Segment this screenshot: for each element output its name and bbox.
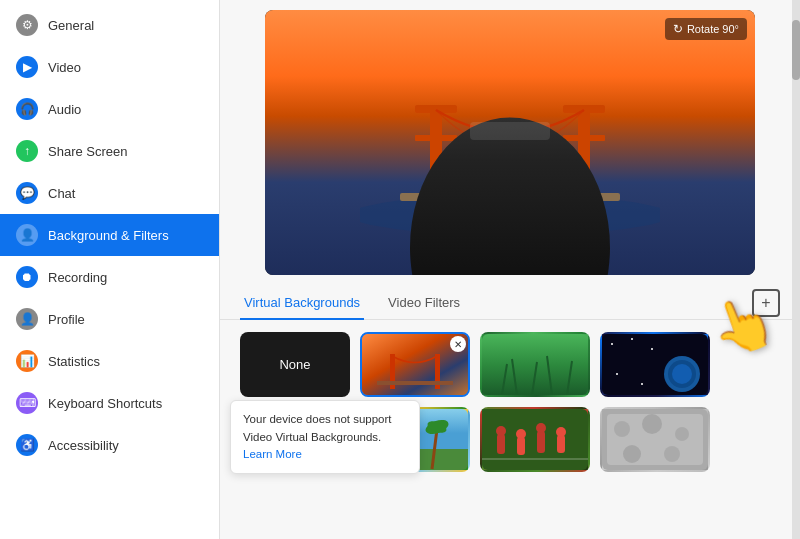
svg-rect-44 [557,435,565,453]
sidebar-item-video[interactable]: ▶Video [0,46,219,88]
svg-rect-38 [497,434,505,454]
thumb-none[interactable]: None [240,332,350,397]
sidebar-item-statistics[interactable]: 📊Statistics [0,340,219,382]
rotate-label: Rotate 90° [687,23,739,35]
profile-icon: 👤 [16,308,38,330]
tab-video-filters[interactable]: Video Filters [384,287,464,320]
sidebar-item-accessibility[interactable]: ♿Accessibility [0,424,219,466]
svg-rect-5 [563,105,605,113]
sidebar-label-video: Video [48,60,81,75]
audio-icon: 🎧 [16,98,38,120]
svg-point-22 [611,343,613,345]
soccer-thumb-svg [482,409,588,470]
tooltip-text: Your device does not support Video Virtu… [243,413,392,442]
svg-point-25 [616,373,618,375]
svg-rect-11 [377,381,453,385]
rotate-icon: ↻ [673,22,683,36]
svg-point-39 [496,426,506,436]
learn-more-link[interactable]: Learn More [243,448,302,460]
svg-point-26 [641,383,643,385]
svg-point-52 [623,445,641,463]
blur-thumb-svg [602,409,708,470]
video-icon: ▶ [16,56,38,78]
thumbnails-container: None ✕ [220,320,800,484]
rotate-button[interactable]: ↻ Rotate 90° [665,18,747,40]
thumb-green[interactable] [480,332,590,397]
share-screen-icon: ↑ [16,140,38,162]
svg-rect-2 [415,105,457,113]
thumb-space[interactable] [600,332,710,397]
svg-point-23 [631,338,633,340]
green-thumb-svg [482,334,588,395]
video-preview: ↻ Rotate 90° [265,10,755,275]
statistics-icon: 📊 [16,350,38,372]
svg-point-50 [642,414,662,434]
sidebar-label-accessibility: Accessibility [48,438,119,453]
background-filters-icon: 👤 [16,224,38,246]
sidebar-label-audio: Audio [48,102,81,117]
svg-point-53 [664,446,680,462]
svg-point-49 [614,421,630,437]
svg-point-24 [651,348,653,350]
svg-rect-40 [517,437,525,455]
sidebar-label-statistics: Statistics [48,354,100,369]
add-background-button[interactable]: + [752,289,780,317]
main-content: ↻ Rotate 90° Virtual BackgroundsVideo Fi… [220,0,800,539]
sidebar-item-share-screen[interactable]: ↑Share Screen [0,130,219,172]
sidebar-item-audio[interactable]: 🎧Audio [0,88,219,130]
thumb-bridge[interactable]: ✕ [360,332,470,397]
tab-virtual-backgrounds[interactable]: Virtual Backgrounds [240,287,364,320]
thumb-blur[interactable] [600,407,710,472]
none-label: None [279,357,310,372]
svg-point-21 [672,364,692,384]
svg-rect-6 [563,135,605,141]
sidebar-item-chat[interactable]: 💬Chat [0,172,219,214]
sidebar-item-recording[interactable]: ⏺Recording [0,256,219,298]
svg-point-51 [675,427,689,441]
sidebar-item-general[interactable]: ⚙General [0,4,219,46]
svg-rect-42 [537,431,545,453]
sidebar: ⚙General▶Video🎧Audio↑Share Screen💬Chat👤B… [0,0,220,539]
close-icon[interactable]: ✕ [450,336,466,352]
accessibility-icon: ♿ [16,434,38,456]
sidebar-label-general: General [48,18,94,33]
sidebar-label-recording: Recording [48,270,107,285]
sidebar-label-keyboard-shortcuts: Keyboard Shortcuts [48,396,162,411]
general-icon: ⚙ [16,14,38,36]
scrollbar[interactable] [792,0,800,539]
tabs-bar: Virtual BackgroundsVideo Filters+ [220,275,800,320]
svg-point-41 [516,429,526,439]
scrollbar-thumb[interactable] [792,20,800,80]
sidebar-item-keyboard-shortcuts[interactable]: ⌨Keyboard Shortcuts [0,382,219,424]
space-thumb-svg [602,334,708,395]
tooltip-box: Your device does not support Video Virtu… [230,400,420,474]
sidebar-label-share-screen: Share Screen [48,144,128,159]
chat-icon: 💬 [16,182,38,204]
glasses [470,122,550,140]
svg-point-45 [556,427,566,437]
svg-rect-3 [415,135,457,141]
plus-icon: + [761,294,770,312]
sidebar-label-chat: Chat [48,186,75,201]
sidebar-item-background-filters[interactable]: 👤Background & Filters [0,214,219,256]
thumb-soccer[interactable] [480,407,590,472]
svg-point-43 [536,423,546,433]
sidebar-item-profile[interactable]: 👤Profile [0,298,219,340]
keyboard-shortcuts-icon: ⌨ [16,392,38,414]
sidebar-label-background-filters: Background & Filters [48,228,169,243]
recording-icon: ⏺ [16,266,38,288]
background-scene [265,10,755,275]
thumbnails-row-1: None ✕ [240,332,780,397]
sidebar-label-profile: Profile [48,312,85,327]
